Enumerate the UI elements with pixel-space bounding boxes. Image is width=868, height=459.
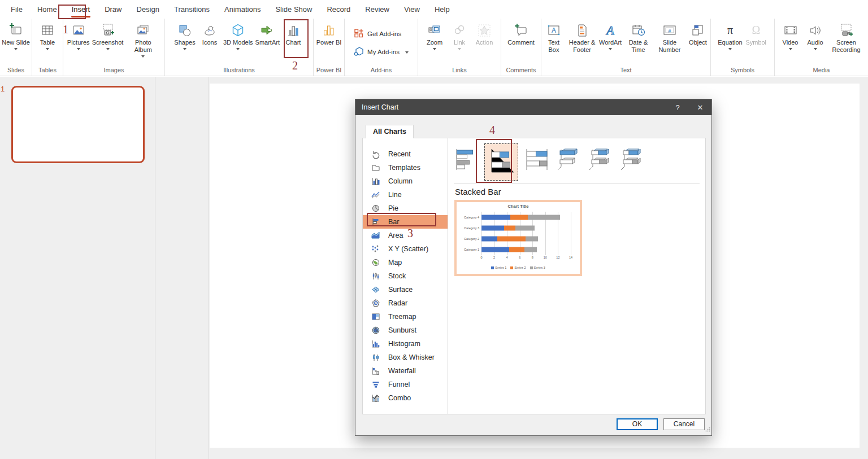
chart-type-column[interactable]: Column — [363, 174, 448, 188]
menu-file[interactable]: File — [3, 1, 30, 19]
menu-transitions[interactable]: Transitions — [167, 1, 217, 19]
close-icon[interactable]: ✕ — [689, 99, 711, 115]
chart-button[interactable]: Chart — [281, 20, 306, 48]
chart-preview[interactable]: Chart Title Category 4Category 3Category… — [454, 200, 582, 276]
menu-slide-show[interactable]: Slide Show — [268, 1, 319, 19]
chart-type-waterfall[interactable]: Waterfall — [363, 364, 448, 378]
area-chart-icon — [371, 231, 380, 241]
column-chart-icon — [371, 177, 380, 186]
chart-type-map[interactable]: Map — [363, 256, 448, 269]
shapes-button[interactable]: Shapes — [172, 20, 197, 52]
chart-type-combo[interactable]: Combo — [363, 391, 448, 405]
menu-insert[interactable]: Insert — [64, 1, 98, 19]
wordart-button[interactable]: A WordArt — [598, 20, 623, 52]
icons-button[interactable]: Icons — [197, 20, 222, 48]
power-bi-button[interactable]: Power BI — [315, 20, 343, 48]
menu-view[interactable]: View — [397, 1, 427, 19]
button-label: Equation — [718, 39, 742, 46]
table-button[interactable]: Table — [35, 20, 60, 52]
chart-type-recent[interactable]: Recent — [363, 147, 448, 161]
menu-home[interactable]: Home — [30, 1, 64, 19]
chevron-down-icon — [728, 48, 732, 50]
button-label: Photo Album — [125, 39, 160, 54]
menu-help[interactable]: Help — [427, 1, 457, 19]
tab-all-charts[interactable]: All Charts — [366, 125, 414, 138]
chart-type-templates[interactable]: Templates — [363, 161, 448, 174]
ok-button[interactable]: OK — [617, 418, 658, 430]
text-box-button[interactable]: A Text Box — [541, 20, 566, 55]
chart-type-histogram[interactable]: Histogram — [363, 337, 448, 351]
chart-type-box-whisker[interactable]: Box & Whisker — [363, 351, 448, 364]
group-images: Pictures Screenshot Photo Album Images — [63, 19, 165, 76]
menu-animations[interactable]: Animations — [217, 1, 268, 19]
button-label: Text Box — [542, 39, 565, 54]
canvas-margin — [155, 77, 209, 459]
zoom-button[interactable]: Zoom — [422, 20, 447, 52]
chart-type-area[interactable]: Area — [363, 229, 448, 242]
group-label: Power BI — [316, 65, 342, 76]
my-add-ins-button[interactable]: My Add-ins — [350, 45, 412, 59]
screen-recording-button[interactable]: Screen Recording — [828, 20, 865, 55]
chart-type-radar[interactable]: Radar — [363, 296, 448, 310]
subtype-3d-clustered-bar[interactable] — [554, 145, 581, 177]
chevron-down-icon — [77, 48, 80, 50]
header-footer-button[interactable]: Header & Footer — [566, 20, 598, 55]
map-globe-icon — [371, 258, 380, 268]
chart-type-label: Templates — [388, 164, 420, 172]
3d-models-button[interactable]: 3D Models — [222, 20, 254, 52]
help-icon[interactable]: ? — [666, 99, 689, 115]
chart-type-line[interactable]: Line — [363, 188, 448, 202]
button-label: SmartArt — [255, 39, 280, 46]
slide-number-button[interactable]: # Slide Number — [654, 20, 685, 55]
menu-design[interactable]: Design — [129, 1, 167, 19]
menu-review[interactable]: Review — [358, 1, 397, 19]
comment-button[interactable]: Comment — [506, 20, 536, 48]
menu-record[interactable]: Record — [319, 1, 358, 19]
chart-type-funnel[interactable]: Funnel — [363, 378, 448, 391]
menu-draw[interactable]: Draw — [97, 1, 129, 19]
chart-type-label: Column — [388, 177, 413, 185]
chart-type-label: Radar — [388, 299, 407, 307]
subtype-100-stacked-bar[interactable] — [523, 145, 550, 177]
slide-thumbnail[interactable] — [11, 86, 145, 163]
group-label: Illustrations — [223, 65, 255, 76]
button-label: Screenshot — [92, 39, 124, 46]
date-time-icon — [631, 22, 646, 39]
chart-type-sunburst[interactable]: Sunburst — [363, 324, 448, 337]
divider — [454, 183, 700, 183]
object-button[interactable]: Object — [685, 20, 710, 48]
audio-button[interactable]: Audio — [803, 20, 828, 52]
chart-type-pie[interactable]: Pie — [363, 202, 448, 215]
resize-grip-icon[interactable] — [705, 424, 710, 434]
symbol-button: Ω Symbol — [744, 20, 769, 48]
chart-type-surface[interactable]: Surface — [363, 283, 448, 296]
slide-number-icon: # — [662, 22, 677, 39]
header-footer-icon — [575, 22, 589, 39]
equation-button[interactable]: π Equation — [717, 20, 743, 52]
screenshot-button[interactable]: Screenshot — [91, 20, 125, 52]
radar-chart-icon — [371, 299, 380, 308]
cancel-button[interactable]: Cancel — [663, 418, 705, 430]
subtype-3d-stacked-bar[interactable] — [586, 145, 613, 177]
bar-3d-stacked-icon — [587, 148, 612, 173]
get-add-ins-button[interactable]: Get Add-ins — [350, 27, 412, 41]
photo-album-button[interactable]: Photo Album — [124, 20, 162, 59]
chart-type-list: Recent Templates Column Line Pie Bar Are… — [363, 138, 448, 414]
group-power-bi: Power BI Power BI — [314, 19, 345, 76]
chart-type-treemap[interactable]: Treemap — [363, 310, 448, 324]
dialog-titlebar[interactable]: Insert Chart ? ✕ — [355, 99, 711, 115]
date-time-button[interactable]: Date & Time — [623, 20, 654, 55]
subtype-stacked-bar[interactable] — [484, 143, 518, 181]
subtype-3d-100-stacked-bar[interactable] — [618, 145, 645, 177]
chart-type-stock[interactable]: Stock — [363, 269, 448, 283]
chart-type-xy-scatter[interactable]: X Y (Scatter) — [363, 242, 448, 256]
subtype-clustered-bar[interactable] — [453, 145, 480, 177]
slide-thumbnail-panel: 1 — [0, 77, 155, 459]
button-label: Symbol — [745, 39, 766, 46]
new-slide-button[interactable]: New Slide — [1, 20, 31, 52]
smartart-button[interactable]: SmartArt — [254, 20, 281, 48]
pictures-button[interactable]: Pictures — [66, 20, 91, 52]
chart-type-bar[interactable]: Bar — [363, 215, 448, 229]
button-label: Screen Recording — [829, 39, 864, 54]
video-button[interactable]: Video — [778, 20, 803, 52]
